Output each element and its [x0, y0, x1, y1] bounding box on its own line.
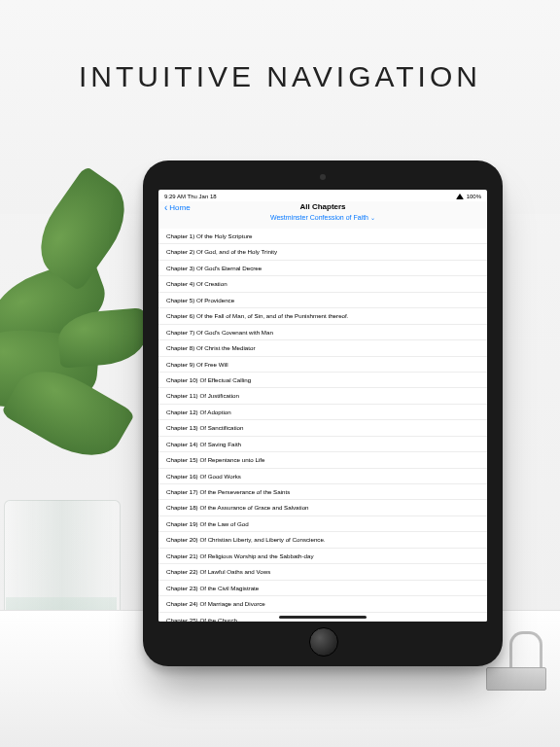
- chapter-row[interactable]: Chapter 18) Of the Assurance of Grace an…: [158, 500, 487, 516]
- home-indicator: [279, 616, 367, 619]
- tablet-device: 9:29 AM Thu Jan 18 100% ‹ Home All Chapt…: [143, 160, 503, 666]
- chapter-row[interactable]: Chapter 17) Of the Perseverance of the S…: [158, 484, 487, 500]
- promo-scene: INTUITIVE NAVIGATION 9:29 AM Thu Jan 18 …: [0, 0, 560, 747]
- chapter-row[interactable]: Chapter 12) Of Adoption: [158, 405, 487, 420]
- chapter-row[interactable]: Chapter 14) Of Saving Faith: [158, 437, 487, 452]
- headline: INTUITIVE NAVIGATION: [0, 60, 560, 93]
- chevron-down-icon: ⌄: [370, 215, 375, 221]
- chapter-row[interactable]: Chapter 1) Of the Holy Scripture: [158, 229, 487, 244]
- chapter-list[interactable]: Chapter 1) Of the Holy ScriptureChapter …: [158, 229, 487, 622]
- chapter-row[interactable]: Chapter 23) Of the Civil Magistrate: [158, 581, 487, 596]
- chapter-row[interactable]: Chapter 19) Of the Law of God: [158, 516, 487, 532]
- status-time: 9:29 AM Thu Jan 18: [164, 194, 217, 199]
- chapter-row[interactable]: Chapter 2) Of God, and of the Holy Trini…: [158, 244, 487, 260]
- home-button[interactable]: [309, 627, 338, 657]
- chapter-row[interactable]: Chapter 3) Of God's Eternal Decree: [158, 261, 487, 276]
- status-bar: 9:29 AM Thu Jan 18 100%: [158, 190, 487, 201]
- document-selector[interactable]: Westminster Confession of Faith⌄: [158, 214, 487, 221]
- chapter-row[interactable]: Chapter 21) Of Religious Worship and the…: [158, 549, 487, 564]
- page-title: All Chapters: [158, 202, 487, 211]
- status-battery: 100%: [467, 194, 481, 199]
- chapter-row[interactable]: Chapter 6) Of the Fall of Man, of Sin, a…: [158, 308, 487, 324]
- chapter-row[interactable]: Chapter 10) Of Effectual Calling: [158, 373, 487, 388]
- chapter-row[interactable]: Chapter 24) Of Marriage and Divorce: [158, 596, 487, 612]
- chapter-row[interactable]: Chapter 22) Of Lawful Oaths and Vows: [158, 564, 487, 580]
- chapter-row[interactable]: Chapter 9) Of Free Will: [158, 357, 487, 373]
- wifi-icon: [456, 194, 464, 199]
- chapter-row[interactable]: Chapter 8) Of Christ the Mediator: [158, 340, 487, 356]
- chapter-row[interactable]: Chapter 4) Of Creation: [158, 276, 487, 292]
- nav-header: ‹ Home All Chapters Westminster Confessi…: [158, 201, 487, 230]
- front-camera: [320, 174, 326, 180]
- chapter-row[interactable]: Chapter 20) Of Christian Liberty, and Li…: [158, 532, 487, 548]
- chapter-row[interactable]: Chapter 16) Of Good Works: [158, 469, 487, 484]
- chapter-row[interactable]: Chapter 7) Of God's Covenant with Man: [158, 325, 487, 340]
- document-name: Westminster Confession of Faith: [270, 214, 368, 221]
- chapter-row[interactable]: Chapter 15) Of Repentance unto Life: [158, 452, 487, 468]
- tablet-screen: 9:29 AM Thu Jan 18 100% ‹ Home All Chapt…: [158, 190, 487, 622]
- chapter-row[interactable]: Chapter 11) Of Justification: [158, 388, 487, 404]
- chapter-row[interactable]: Chapter 13) Of Sanctification: [158, 420, 487, 436]
- chapter-row[interactable]: Chapter 5) Of Providence: [158, 293, 487, 308]
